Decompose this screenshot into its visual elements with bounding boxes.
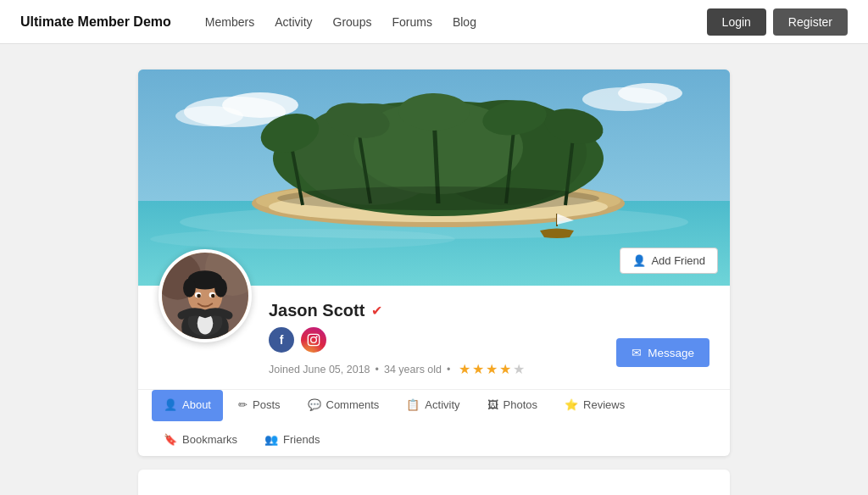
site-logo[interactable]: Ultimate Member Demo: [20, 14, 171, 30]
tab-bookmarks[interactable]: 🔖 Bookmarks: [152, 425, 249, 456]
svg-point-37: [183, 279, 196, 298]
register-button[interactable]: Register: [773, 8, 848, 36]
page-content: 👤 Add Friend: [125, 70, 743, 495]
tab-reviews[interactable]: ⭐ Reviews: [553, 390, 637, 421]
cover-image: 👤 Add Friend: [138, 70, 730, 286]
activity-tab-icon: 📋: [406, 398, 420, 411]
star-rating: ★ ★ ★ ★ ★: [459, 361, 525, 377]
svg-point-21: [398, 93, 470, 131]
site-header: Ultimate Member Demo Members Activity Gr…: [0, 0, 868, 44]
tab-friends[interactable]: 👥 Friends: [253, 425, 331, 456]
star-5: ★: [513, 361, 525, 377]
instagram-icon[interactable]: [301, 327, 326, 353]
avatar: [159, 249, 252, 342]
verified-badge: ✔: [371, 303, 382, 319]
separator-dot-2: •: [447, 364, 450, 375]
age-label: 34 years old: [384, 364, 442, 375]
message-button[interactable]: ✉ Message: [616, 338, 709, 367]
svg-point-41: [197, 294, 201, 298]
star-4: ★: [499, 361, 511, 377]
bookmark-tab-icon: 🔖: [164, 433, 177, 446]
profile-name: Jason Scott: [269, 301, 364, 320]
svg-point-3: [175, 106, 243, 126]
user-add-icon: 👤: [632, 254, 646, 267]
profile-meta: Joined June 05, 2018 • 34 years old • ★ …: [269, 361, 525, 377]
star-3: ★: [486, 361, 498, 377]
add-friend-button[interactable]: 👤 Add Friend: [620, 248, 718, 274]
separator-dot: •: [376, 364, 379, 375]
star-tab-icon: ⭐: [565, 398, 578, 411]
bottom-section: [138, 470, 730, 495]
nav-groups[interactable]: Groups: [333, 15, 372, 29]
nav-blog[interactable]: Blog: [453, 15, 476, 29]
tab-about[interactable]: 👤 About: [152, 390, 223, 421]
svg-point-42: [211, 294, 215, 298]
social-icons: f: [269, 327, 525, 353]
tab-activity[interactable]: 📋 Activity: [394, 390, 471, 421]
friends-tab-icon: 👥: [264, 433, 278, 446]
svg-point-8: [150, 229, 455, 249]
svg-rect-43: [308, 334, 319, 345]
svg-point-38: [214, 279, 227, 298]
nav-forums[interactable]: Forums: [392, 15, 431, 29]
login-button[interactable]: Login: [707, 8, 766, 36]
svg-point-26: [277, 186, 599, 210]
svg-point-45: [316, 336, 318, 337]
profile-card: 👤 Add Friend: [138, 70, 730, 456]
message-btn-area: ✉ Message: [616, 338, 709, 367]
photo-tab-icon: 🖼: [487, 398, 498, 411]
message-icon: ✉: [632, 346, 642, 359]
star-2: ★: [472, 361, 484, 377]
tab-photos[interactable]: 🖼 Photos: [476, 390, 549, 421]
nav-members[interactable]: Members: [205, 15, 254, 29]
svg-point-5: [618, 83, 682, 103]
comment-tab-icon: 💬: [308, 398, 321, 411]
user-tab-icon: 👤: [164, 398, 177, 411]
svg-point-44: [311, 337, 317, 343]
join-date: Joined June 05, 2018: [269, 364, 370, 375]
profile-info-area: Jason Scott ✔ f Joined June 05, 2018: [138, 286, 730, 377]
pencil-tab-icon: ✏: [238, 398, 248, 411]
main-nav: Members Activity Groups Forums Blog: [205, 15, 707, 29]
tab-comments[interactable]: 💬 Comments: [296, 390, 392, 421]
profile-name-row: Jason Scott ✔: [269, 301, 525, 320]
star-1: ★: [459, 361, 470, 377]
profile-tabs: 👤 About ✏ Posts 💬 Comments 📋 Activity 🖼 …: [138, 389, 730, 456]
nav-activity[interactable]: Activity: [275, 15, 312, 29]
profile-details: Jason Scott ✔ f Joined June 05, 2018: [269, 296, 525, 377]
tab-posts[interactable]: ✏ Posts: [226, 390, 292, 421]
facebook-icon[interactable]: f: [269, 327, 294, 353]
header-actions: Login Register: [707, 8, 848, 36]
